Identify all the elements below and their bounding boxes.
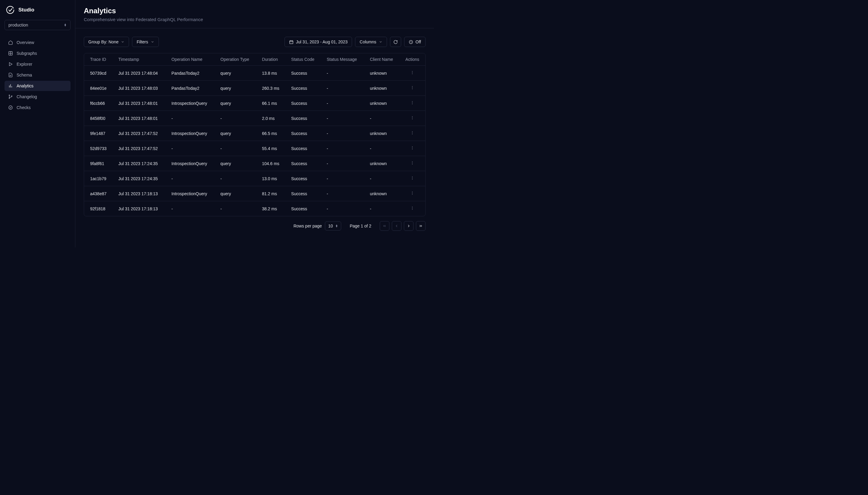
table-row[interactable]: 52d9733Jul 31 2023 17:47:52--55.4 msSucc… [84, 141, 425, 156]
filters-label: Filters [137, 39, 148, 44]
prev-page-button[interactable] [392, 221, 402, 231]
more-vertical-icon [410, 146, 414, 150]
sidebar-item-analytics[interactable]: Analytics [4, 81, 70, 91]
col-timestamp[interactable]: Timestamp [114, 53, 167, 66]
svg-point-39 [412, 176, 413, 177]
sidebar-item-checks[interactable]: Checks [4, 102, 70, 113]
table-row[interactable]: a438e87Jul 31 2023 17:18:13Introspection… [84, 186, 425, 201]
col-operation-name[interactable]: Operation Name [167, 53, 216, 66]
more-vertical-icon [410, 116, 414, 120]
row-actions-button[interactable] [408, 145, 416, 152]
columns-button[interactable]: Columns [355, 37, 387, 47]
cell-operation-name: IntrospectionQuery [167, 96, 216, 111]
group-by-button[interactable]: Group By: None [84, 37, 129, 47]
cell-status-code: Success [286, 156, 322, 171]
cell-operation-name: - [167, 111, 216, 126]
cell-timestamp: Jul 31 2023 17:18:13 [114, 201, 167, 216]
calendar-icon [289, 40, 293, 44]
svg-point-20 [412, 73, 413, 74]
svg-point-22 [412, 87, 413, 88]
cell-operation-name: - [167, 201, 216, 216]
nav-label: Changelog [17, 94, 37, 99]
sidebar-item-changelog[interactable]: Changelog [4, 91, 70, 102]
cell-trace-id: 9fe1487 [84, 126, 114, 141]
nav-label: Explorer [17, 62, 32, 67]
cell-client-name: unknown [365, 126, 401, 141]
row-actions-button[interactable] [408, 115, 416, 122]
cell-actions [401, 81, 425, 96]
cell-actions [401, 126, 425, 141]
col-trace-id[interactable]: Trace ID [84, 53, 114, 66]
table-row[interactable]: 8458f00Jul 31 2023 17:48:01--2.0 msSucce… [84, 111, 425, 126]
auto-refresh-toggle[interactable]: Off [404, 37, 426, 47]
page-header: Analytics Comprehensive view into Federa… [75, 0, 434, 28]
cell-trace-id: 50739cd [84, 66, 114, 81]
cell-timestamp: Jul 31 2023 17:48:04 [114, 66, 167, 81]
nav-label: Schema [17, 73, 32, 78]
cell-status-message: - [322, 156, 365, 171]
sidebar-item-overview[interactable]: Overview [4, 37, 70, 48]
svg-point-47 [412, 209, 413, 210]
table-row[interactable]: 1ac1b79Jul 31 2023 17:24:35--13.0 msSucc… [84, 171, 425, 186]
clock-icon [409, 40, 413, 44]
brand-name: Studio [18, 7, 34, 13]
page-size-select[interactable]: 10 ▲▼ [325, 221, 341, 231]
row-actions-button[interactable] [408, 70, 416, 77]
row-actions-button[interactable] [408, 100, 416, 107]
svg-point-37 [412, 163, 413, 163]
more-vertical-icon [410, 176, 414, 180]
grid-icon [8, 51, 13, 56]
cell-actions [401, 111, 425, 126]
nav-label: Subgraphs [17, 51, 37, 56]
refresh-button[interactable] [390, 37, 401, 47]
git-branch-icon [8, 94, 13, 99]
col-status-message[interactable]: Status Message [322, 53, 365, 66]
cell-actions [401, 156, 425, 171]
chevron-right-icon [407, 224, 411, 228]
col-client-name[interactable]: Client Name [365, 53, 401, 66]
svg-point-44 [412, 194, 413, 194]
table-row[interactable]: 9fa8f61Jul 31 2023 17:24:35Introspection… [84, 156, 425, 171]
table-row[interactable]: 92f1818Jul 31 2023 17:18:13--38.2 msSucc… [84, 201, 425, 216]
date-range-label: Jul 31, 2023 - Aug 01, 2023 [296, 39, 347, 44]
cell-operation-name: IntrospectionQuery [167, 156, 216, 171]
cell-timestamp: Jul 31 2023 17:48:01 [114, 96, 167, 111]
row-actions-button[interactable] [408, 130, 416, 137]
table-row[interactable]: 9fe1487Jul 31 2023 17:47:52Introspection… [84, 126, 425, 141]
cell-trace-id: 84ee01e [84, 81, 114, 96]
row-actions-button[interactable] [408, 190, 416, 197]
col-status-code[interactable]: Status Code [286, 53, 322, 66]
cell-trace-id: 92f1818 [84, 201, 114, 216]
date-range-button[interactable]: Jul 31, 2023 - Aug 01, 2023 [285, 37, 352, 47]
file-icon [8, 73, 13, 78]
table-row[interactable]: 50739cdJul 31 2023 17:48:04PandasToday2q… [84, 66, 425, 81]
row-actions-button[interactable] [408, 160, 416, 167]
environment-value: production [8, 22, 28, 28]
environment-select[interactable]: production ▲▼ [4, 20, 70, 30]
table-row[interactable]: 84ee01eJul 31 2023 17:48:03PandasToday2q… [84, 81, 425, 96]
row-actions-button[interactable] [408, 175, 416, 182]
col-duration[interactable]: Duration [257, 53, 286, 66]
next-page-button[interactable] [404, 221, 413, 231]
svg-point-28 [412, 118, 413, 118]
cell-operation-type: query [216, 156, 257, 171]
sidebar-item-schema[interactable]: Schema [4, 70, 70, 80]
table-row[interactable]: f6ccb66Jul 31 2023 17:48:01Introspection… [84, 96, 425, 111]
last-page-button[interactable] [416, 221, 426, 231]
svg-point-29 [412, 119, 413, 119]
row-actions-button[interactable] [408, 85, 416, 92]
svg-point-23 [412, 89, 413, 89]
page-title: Analytics [84, 6, 426, 15]
first-page-button[interactable] [380, 221, 389, 231]
col-actions: Actions [401, 53, 425, 66]
col-operation-type[interactable]: Operation Type [216, 53, 257, 66]
cell-timestamp: Jul 31 2023 17:47:52 [114, 126, 167, 141]
nav-label: Overview [17, 40, 34, 45]
sidebar-item-subgraphs[interactable]: Subgraphs [4, 48, 70, 58]
filters-button[interactable]: Filters [132, 37, 158, 47]
chevron-down-icon [379, 40, 382, 44]
svg-point-43 [412, 193, 413, 193]
sidebar-item-explorer[interactable]: Explorer [4, 59, 70, 69]
row-actions-button[interactable] [408, 205, 416, 212]
cell-timestamp: Jul 31 2023 17:24:35 [114, 171, 167, 186]
